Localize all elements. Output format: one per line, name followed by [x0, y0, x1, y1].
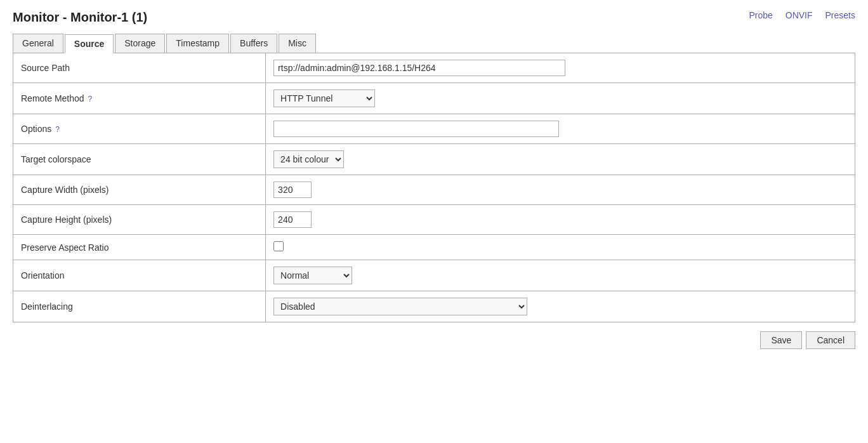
deinterlacing-row: Deinterlacing Disabled Enabled Adaptive … — [13, 291, 855, 322]
target-colorspace-row: Target colorspace 8 bit grey 16 bit grey… — [13, 144, 855, 175]
source-path-input[interactable] — [273, 60, 565, 76]
page-title: Monitor - Monitor-1 (1) — [13, 10, 855, 25]
options-row: Options ? — [13, 114, 855, 144]
remote-method-select[interactable]: HTTP Tunnel RTP Unicast RTP Multicast HT… — [273, 89, 375, 107]
capture-height-row: Capture Height (pixels) — [13, 205, 855, 235]
capture-width-row: Capture Width (pixels) — [13, 175, 855, 205]
remote-method-help[interactable]: ? — [88, 95, 93, 103]
remote-method-row: Remote Method ? HTTP Tunnel RTP Unicast … — [13, 83, 855, 114]
presets-link[interactable]: Presets — [825, 10, 855, 20]
tab-bar: General Source Storage Timestamp Buffers… — [13, 34, 855, 53]
tab-timestamp[interactable]: Timestamp — [166, 34, 229, 53]
preserve-aspect-ratio-label: Preserve Aspect Ratio — [13, 235, 266, 260]
capture-width-input[interactable] — [273, 182, 312, 198]
deinterlacing-label: Deinterlacing — [13, 291, 266, 322]
capture-height-label: Capture Height (pixels) — [13, 205, 266, 235]
top-links: Probe ONVIF Presets — [749, 10, 855, 20]
source-path-label: Source Path — [13, 53, 266, 83]
source-form: Source Path Remote Method ? HTTP Tunnel … — [13, 53, 855, 322]
options-help[interactable]: ? — [55, 125, 60, 134]
target-colorspace-label: Target colorspace — [13, 144, 266, 175]
orientation-row: Orientation Normal Rotate 90 Rotate 180 … — [13, 260, 855, 291]
orientation-select[interactable]: Normal Rotate 90 Rotate 180 Rotate 270 F… — [273, 267, 352, 284]
tab-buffers[interactable]: Buffers — [230, 34, 277, 53]
tab-source[interactable]: Source — [65, 34, 114, 53]
bottom-bar: Save Cancel — [13, 331, 855, 349]
deinterlacing-select[interactable]: Disabled Enabled Adaptive Blend — [273, 298, 527, 315]
tab-general[interactable]: General — [13, 34, 63, 53]
remote-method-label: Remote Method ? — [13, 83, 266, 114]
source-path-row: Source Path — [13, 53, 855, 83]
preserve-aspect-ratio-checkbox[interactable] — [273, 241, 284, 251]
preserve-aspect-ratio-row: Preserve Aspect Ratio — [13, 235, 855, 260]
options-label: Options ? — [13, 114, 266, 144]
capture-width-label: Capture Width (pixels) — [13, 175, 266, 205]
orientation-label: Orientation — [13, 260, 266, 291]
options-input[interactable] — [273, 121, 559, 137]
onvif-link[interactable]: ONVIF — [786, 10, 813, 20]
probe-link[interactable]: Probe — [749, 10, 772, 20]
save-button[interactable]: Save — [760, 331, 802, 349]
tab-storage[interactable]: Storage — [115, 34, 165, 53]
cancel-button[interactable]: Cancel — [806, 331, 855, 349]
tab-misc[interactable]: Misc — [279, 34, 316, 53]
capture-height-input[interactable] — [273, 211, 312, 228]
target-colorspace-select[interactable]: 8 bit grey 16 bit grey 24 bit colour 32 … — [273, 150, 344, 168]
